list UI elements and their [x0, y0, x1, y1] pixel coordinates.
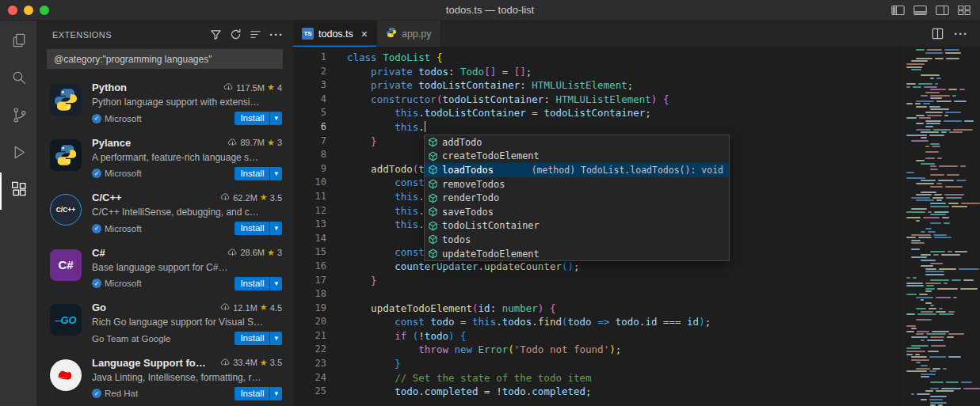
code-line[interactable]: 24 // Set the state of the todo item — [293, 371, 902, 385]
more-actions-icon[interactable]: ··· — [954, 30, 968, 38]
more-actions-icon[interactable]: ··· — [269, 31, 284, 39]
close-window-button[interactable] — [8, 6, 17, 15]
extension-description: Python language support with extensi… — [92, 97, 282, 108]
install-dropdown-icon[interactable]: ▾ — [269, 332, 282, 345]
minimap-line — [904, 385, 980, 386]
install-dropdown-icon[interactable]: ▾ — [269, 167, 282, 180]
search-icon — [10, 69, 29, 90]
suggest-item[interactable]: todoListContainer — [425, 219, 729, 233]
minimap-code-segment — [932, 331, 949, 332]
minimap-code-segment — [906, 83, 916, 85]
toggle-panel-icon[interactable] — [913, 5, 927, 16]
install-dropdown-icon[interactable]: ▾ — [269, 222, 282, 235]
activity-bar-item-extensions[interactable] — [0, 173, 36, 210]
tab-app-py[interactable]: app.py — [377, 21, 441, 47]
minimap-code-segment — [911, 336, 928, 338]
star-rating: 3.5 — [270, 358, 282, 367]
close-tab-icon[interactable]: × — [361, 28, 368, 40]
minimize-window-button[interactable] — [24, 6, 33, 15]
title-bar: todos.ts — todo-list — [0, 0, 980, 21]
activity-bar-item-run-debug[interactable] — [0, 135, 36, 173]
activity-bar-item-search[interactable] — [0, 61, 36, 98]
minimap-line — [904, 260, 980, 261]
filter-icon[interactable] — [210, 28, 222, 40]
code-token: find — [538, 316, 562, 328]
code-line[interactable]: 5 this.todoListContainer = todoListConta… — [293, 106, 902, 120]
extension-row[interactable]: Python117.5M★4Python language support wi… — [36, 74, 293, 130]
install-dropdown-icon[interactable]: ▾ — [269, 387, 282, 400]
code-text: } — [326, 135, 377, 149]
suggest-label: todos — [442, 234, 471, 245]
activity-bar-item-source-control[interactable] — [0, 98, 36, 135]
minimap[interactable] — [903, 47, 980, 406]
install-button-label[interactable]: Install — [235, 167, 269, 180]
suggest-item[interactable]: todos — [425, 233, 729, 247]
extension-search-input[interactable] — [47, 49, 283, 69]
tab-todos-ts[interactable]: TStodos.ts× — [293, 21, 377, 47]
extension-row[interactable]: C/C++C/C++62.2M★3.5C/C++ IntelliSense, d… — [36, 184, 293, 240]
code-line[interactable]: 6 this. — [293, 120, 902, 135]
extension-row[interactable]: ‒GOGo12.1M★4.5Rich Go language support f… — [36, 294, 293, 350]
code-line[interactable]: 19 updateTodoElement(id: number) { — [293, 302, 902, 316]
suggest-item[interactable]: removeTodos — [425, 177, 729, 192]
code-token: todoListContainer — [418, 79, 520, 91]
minimap-code-segment — [916, 199, 934, 201]
install-button[interactable]: Install▾ — [235, 332, 282, 345]
install-button[interactable]: Install▾ — [235, 222, 282, 235]
install-button[interactable]: Install▾ — [235, 277, 282, 290]
code-line[interactable]: 23 } — [293, 357, 902, 371]
suggest-item[interactable]: createTodoElement — [425, 150, 729, 164]
install-button-label[interactable]: Install — [235, 112, 269, 125]
extension-row[interactable]: C#C#28.6M★3Base language support for C#…… — [36, 240, 293, 295]
minimap-line — [904, 362, 980, 363]
extension-row[interactable]: Language Support fo…33.4M★3.5Java Lintin… — [36, 350, 293, 405]
suggest-item[interactable]: updateTodoElement — [425, 247, 729, 261]
extension-row[interactable]: Pylance89.7M★3A performant, feature-rich… — [36, 130, 293, 185]
extension-description: A performant, feature-rich language s… — [92, 152, 282, 163]
code-text: updateTodoElement(id: number) { — [326, 302, 555, 316]
install-button[interactable]: Install▾ — [235, 387, 282, 400]
install-dropdown-icon[interactable]: ▾ — [269, 112, 282, 125]
install-button-label[interactable]: Install — [235, 277, 269, 290]
minimap-code-segment — [934, 194, 943, 195]
code-line[interactable]: 25 todo.completed = !todo.completed; — [293, 385, 902, 399]
minimap-line — [904, 55, 980, 56]
code-line[interactable]: 3 private todoListContainer: HTMLUListEl… — [293, 78, 902, 93]
split-editor-icon[interactable] — [932, 28, 944, 40]
install-button-label[interactable]: Install — [235, 332, 269, 345]
code-line[interactable]: 17 } — [293, 274, 902, 288]
code-line[interactable]: 22 throw new Error('Todo not found'); — [293, 343, 902, 357]
suggest-item[interactable]: addTodo — [425, 135, 729, 150]
suggest-item[interactable]: loadTodos(method) TodoList.loadTodos(): … — [425, 163, 729, 177]
toggle-sidebar-icon[interactable] — [891, 5, 905, 16]
code-token: ; — [705, 316, 711, 328]
minimap-line — [904, 288, 980, 290]
activity-bar-item-explorer[interactable] — [0, 24, 36, 61]
code-token: : — [490, 302, 502, 314]
minimap-code-segment — [942, 217, 949, 218]
code-line[interactable]: 1class TodoList { — [293, 51, 902, 65]
install-button[interactable]: Install▾ — [235, 167, 282, 180]
extension-name: Language Support fo… — [92, 357, 206, 369]
clear-extension-search-icon[interactable] — [250, 28, 261, 40]
code-line[interactable]: 21 if (!todo) { — [293, 329, 902, 343]
code-line[interactable]: 16 counterUpdater.updateCounter(); — [293, 260, 902, 274]
suggest-item[interactable]: saveTodos — [425, 205, 729, 219]
install-dropdown-icon[interactable]: ▾ — [269, 277, 282, 290]
zoom-window-button[interactable] — [40, 6, 49, 15]
code-line[interactable]: 4 constructor(todoListContainer: HTMLULi… — [293, 93, 902, 107]
extension-search-box — [47, 49, 283, 69]
minimap-line — [904, 311, 980, 313]
line-number: 9 — [293, 162, 326, 176]
suggest-item[interactable]: renderTodo — [425, 191, 729, 205]
code-line[interactable]: 20 const todo = this.todos.find(todo => … — [293, 315, 902, 329]
install-button-label[interactable]: Install — [235, 222, 269, 235]
code-line[interactable]: 18 — [293, 287, 902, 302]
refresh-icon[interactable] — [230, 28, 242, 40]
code-line[interactable]: 2 private todos: Todo[] = []; — [293, 65, 902, 79]
install-button[interactable]: Install▾ — [235, 112, 282, 125]
install-button-label[interactable]: Install — [235, 387, 269, 400]
customize-layout-icon[interactable] — [958, 5, 970, 16]
toggle-secondary-sidebar-icon[interactable] — [936, 5, 949, 16]
minimap-code-segment — [906, 237, 916, 238]
